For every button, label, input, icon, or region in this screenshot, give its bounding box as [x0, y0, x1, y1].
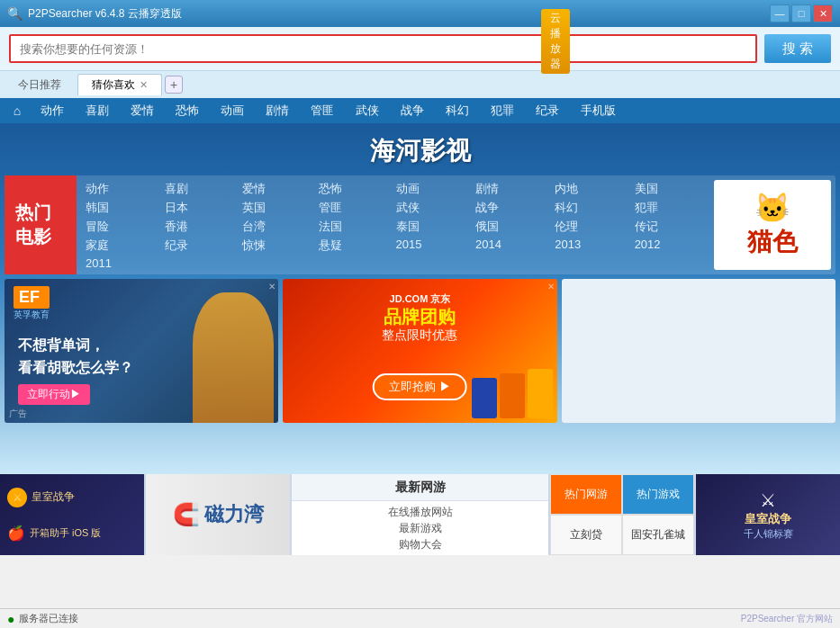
jd-product-2 — [500, 373, 525, 418]
nav-cat-animation[interactable]: 动画 — [210, 98, 255, 123]
jd-product-3 — [528, 369, 553, 418]
minimize-btn[interactable]: — — [770, 4, 790, 22]
ad-jd-platform: JD.COM 京东 — [283, 292, 556, 306]
cat-link-13[interactable]: 战争 — [475, 200, 541, 216]
ng-link-0[interactable]: 在线播放网站 — [299, 505, 541, 520]
cloud-player-btn[interactable]: 云播放器 — [541, 9, 570, 74]
logo-text[interactable]: 猫色 — [747, 225, 798, 259]
cat-link-8[interactable]: 韩国 — [86, 200, 151, 216]
cat-link-20[interactable]: 泰国 — [396, 219, 462, 235]
cat-link-16[interactable]: 冒险 — [86, 219, 151, 235]
royal-war-left: ⚔ 皇室战争 🍎 开箱助手 iOS 版 — [0, 474, 144, 555]
hot-games-btn[interactable]: 热门网游 — [550, 474, 622, 515]
cat-link-27[interactable]: 悬疑 — [319, 238, 382, 254]
magnet-logo: 🧲 磁力湾 — [173, 501, 264, 528]
search-bar: 搜 索 — [0, 27, 840, 71]
jd-products — [472, 369, 553, 418]
tab-add-btn[interactable]: + — [165, 76, 183, 94]
likekuai-btn[interactable]: 立刻贷 — [550, 515, 622, 555]
window-controls: — □ ✕ — [770, 4, 833, 22]
cat-link-26[interactable]: 惊悚 — [242, 238, 305, 254]
royal-right-subtitle: 千人锦标赛 — [744, 527, 793, 541]
cat-link-21[interactable]: 俄国 — [475, 219, 541, 235]
ad-ef-close[interactable]: ✕ — [268, 282, 275, 292]
cat-link-10[interactable]: 英国 — [242, 200, 305, 216]
search-input[interactable] — [9, 34, 757, 63]
hot-games2-btn[interactable]: 热门游戏 — [622, 474, 694, 515]
cat-link-18[interactable]: 台湾 — [242, 219, 305, 235]
title-bar-left: 🔍 P2PSearcher v6.4.8 云播穿透版 — [7, 6, 182, 22]
nav-cat-crime[interactable]: 犯罪 — [480, 98, 525, 123]
cat-link-19[interactable]: 法国 — [319, 219, 382, 235]
cat-link-22[interactable]: 伦理 — [555, 219, 620, 235]
tabs-bar: 今日推荐 猜你喜欢 ✕ + — [0, 71, 840, 98]
ad-ef-label: 广告 — [9, 408, 27, 420]
nav-cat-wuxia[interactable]: 武侠 — [345, 98, 390, 123]
cat-link-17[interactable]: 香港 — [165, 219, 228, 235]
cat-link-7[interactable]: 美国 — [635, 181, 700, 197]
cat-link-31[interactable]: 2012 — [635, 238, 700, 254]
nav-cat-action[interactable]: 动作 — [30, 98, 75, 123]
royal-war-item2[interactable]: 🍎 开箱助手 iOS 版 — [7, 525, 137, 542]
maximize-btn[interactable]: □ — [791, 4, 811, 22]
nav-cat-scifi[interactable]: 科幻 — [435, 98, 480, 123]
tab-daily-recommend[interactable]: 今日推荐 — [5, 74, 75, 95]
main-content: 海河影视 热门电影 动作 喜剧 爱情 恐怖 动画 剧情 内地 美国 韩国 日本 … — [0, 123, 840, 474]
site-title: 海河影视 — [0, 123, 840, 175]
ng-link-2[interactable]: 购物大会 — [299, 537, 541, 552]
nav-cat-mobile[interactable]: 手机版 — [570, 98, 627, 123]
ng-link-1[interactable]: 最新游戏 — [299, 521, 541, 536]
nav-cat-documentary[interactable]: 纪录 — [525, 98, 570, 123]
cat-link-30[interactable]: 2013 — [555, 238, 620, 254]
nav-cat-romance[interactable]: 爱情 — [120, 98, 165, 123]
nav-home-btn[interactable]: ⌂ — [5, 98, 30, 123]
nav-cat-gangster[interactable]: 管匪 — [300, 98, 345, 123]
cat-link-28[interactable]: 2015 — [396, 238, 462, 254]
status-text: 服务器已连接 — [19, 612, 78, 625]
cat-link-3[interactable]: 恐怖 — [319, 181, 382, 197]
nav-cat-horror[interactable]: 恐怖 — [165, 98, 210, 123]
ad-jd-content: JD.COM 京东 品牌团购 整点限时优惠 — [283, 292, 556, 344]
ad-jd-btn[interactable]: 立即抢购 ▶ — [373, 373, 467, 400]
status-indicator: ● — [7, 612, 14, 626]
search-button[interactable]: 搜 索 — [764, 34, 831, 63]
nav-cat-drama[interactable]: 剧情 — [255, 98, 300, 123]
cat-link-2[interactable]: 爱情 — [242, 181, 305, 197]
cat-link-24[interactable]: 家庭 — [86, 238, 151, 254]
ad-ef-btn[interactable]: 立即行动▶ — [18, 384, 90, 405]
tab-close-icon[interactable]: ✕ — [140, 79, 148, 91]
peacock-btn[interactable]: 固安孔雀城 — [622, 515, 694, 555]
new-games-title: 最新网游 — [292, 474, 548, 501]
cat-link-14[interactable]: 科幻 — [555, 200, 620, 216]
ad-jd-text1: 品牌团购 — [283, 306, 556, 327]
cat-link-9[interactable]: 日本 — [165, 200, 228, 216]
close-btn[interactable]: ✕ — [813, 4, 833, 22]
cat-link-6[interactable]: 内地 — [555, 181, 620, 197]
nav-cat-war[interactable]: 战争 — [390, 98, 435, 123]
hot-movies-label: 热门电影 — [5, 175, 77, 274]
cat-link-1[interactable]: 喜剧 — [165, 181, 228, 197]
royal-war-item1[interactable]: ⚔ 皇室战争 — [7, 488, 137, 507]
cat-link-5[interactable]: 剧情 — [475, 181, 541, 197]
cat-link-0[interactable]: 动作 — [86, 181, 151, 197]
cat-link-11[interactable]: 管匪 — [319, 200, 382, 216]
home-icon: ⌂ — [14, 103, 21, 118]
cat-link-15[interactable]: 犯罪 — [635, 200, 700, 216]
cat-link-23[interactable]: 传记 — [635, 219, 700, 235]
cat-link-25[interactable]: 纪录 — [165, 238, 228, 254]
ad-jd-close[interactable]: ✕ — [547, 282, 555, 292]
tab-guess-like[interactable]: 猜你喜欢 ✕ — [77, 74, 162, 95]
magnet-bay[interactable]: 🧲 磁力湾 — [146, 474, 290, 555]
cat-link-32[interactable]: 2011 — [86, 256, 151, 270]
nav-categories: ⌂ 动作 喜剧 爱情 恐怖 动画 剧情 管匪 武侠 战争 科幻 犯罪 纪录 手机… — [0, 98, 840, 123]
ad-ef-line2: 看看胡歌怎么学？ — [18, 356, 133, 380]
status-left: ● 服务器已连接 — [7, 612, 78, 626]
cat-link-29[interactable]: 2014 — [475, 238, 541, 254]
cat-link-12[interactable]: 武侠 — [396, 200, 462, 216]
cat-link-4[interactable]: 动画 — [396, 181, 462, 197]
title-bar: 🔍 P2PSearcher v6.4.8 云播穿透版 云播放器 — □ ✕ — [0, 0, 840, 27]
nav-cat-comedy[interactable]: 喜剧 — [75, 98, 120, 123]
ad-ef-line1: 不想背单词， — [18, 334, 133, 357]
royal-war-right[interactable]: ⚔ 皇室战争 千人锦标赛 — [696, 474, 840, 555]
person-figure — [193, 292, 274, 423]
